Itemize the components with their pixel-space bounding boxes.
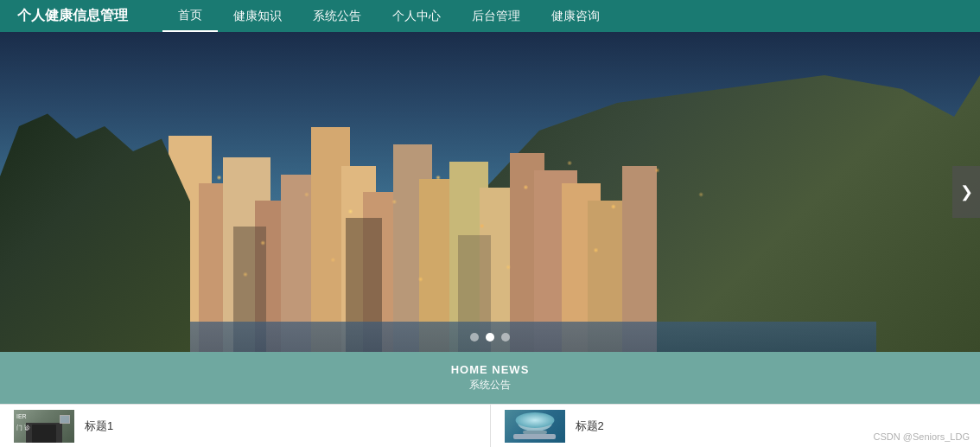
nav-item-health-knowledge[interactable]: 健康知识 xyxy=(218,0,297,32)
nav-item-health-consult[interactable]: 健康咨询 xyxy=(536,0,615,32)
carousel-dot-1[interactable] xyxy=(470,333,479,342)
carousel-dot-2[interactable] xyxy=(486,333,494,342)
news-row: IER 门 诊 标题1 标题2 xyxy=(0,404,980,447)
section-title-cn: 系统公告 xyxy=(469,378,511,393)
carousel-dot-3[interactable] xyxy=(501,333,510,342)
carousel-next-button[interactable]: ❯ xyxy=(952,166,980,218)
hero-carousel: ❯ xyxy=(0,32,980,352)
nav-item-announcements[interactable]: 系统公告 xyxy=(297,0,377,32)
carousel-dots xyxy=(470,333,510,342)
nav-item-admin[interactable]: 后台管理 xyxy=(456,0,536,32)
brand-title: 个人健康信息管理 xyxy=(17,7,128,25)
nav-item-personal-center[interactable]: 个人中心 xyxy=(377,0,456,32)
left-mountain xyxy=(0,101,190,352)
csdn-watermark: CSDN @Seniors_LDG xyxy=(874,431,970,442)
news-label-2: 标题2 xyxy=(576,418,604,434)
section-title-en: HOME NEWS xyxy=(451,363,530,376)
thumb1-text: IER xyxy=(16,413,27,419)
nav-links: 首页 健康知识 系统公告 个人中心 后台管理 健康咨询 xyxy=(162,0,615,32)
news-card-1[interactable]: IER 门 诊 标题1 xyxy=(0,405,491,447)
navbar: 个人健康信息管理 首页 健康知识 系统公告 个人中心 后台管理 健康咨询 xyxy=(0,0,980,32)
chevron-right-icon: ❯ xyxy=(960,182,973,201)
news-thumb-2 xyxy=(505,410,565,443)
nav-item-home[interactable]: 首页 xyxy=(162,0,218,32)
thumb1-image: IER 门 诊 xyxy=(14,410,74,443)
section-header: HOME NEWS 系统公告 xyxy=(0,352,980,404)
news-thumb-1: IER 门 诊 xyxy=(14,410,74,443)
thumb2-image xyxy=(505,410,565,443)
news-label-1: 标题1 xyxy=(85,418,113,434)
